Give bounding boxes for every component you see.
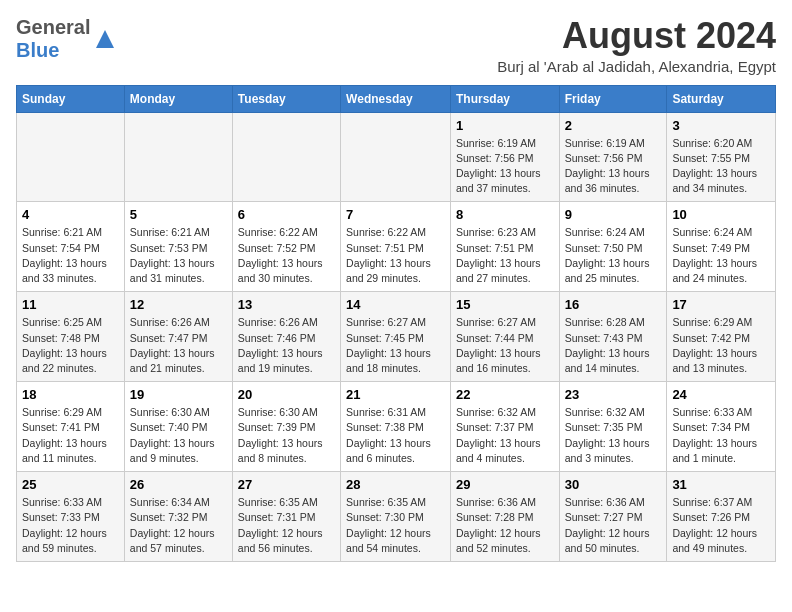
day-number: 29 [456,477,554,492]
day-number: 8 [456,207,554,222]
calendar-cell: 16Sunrise: 6:28 AM Sunset: 7:43 PM Dayli… [559,292,667,382]
calendar-table: SundayMondayTuesdayWednesdayThursdayFrid… [16,85,776,562]
day-number: 25 [22,477,119,492]
calendar-cell: 9Sunrise: 6:24 AM Sunset: 7:50 PM Daylig… [559,202,667,292]
day-info: Sunrise: 6:21 AM Sunset: 7:54 PM Dayligh… [22,225,119,286]
calendar-week-row: 11Sunrise: 6:25 AM Sunset: 7:48 PM Dayli… [17,292,776,382]
weekday-header-wednesday: Wednesday [341,85,451,112]
calendar-week-row: 18Sunrise: 6:29 AM Sunset: 7:41 PM Dayli… [17,382,776,472]
calendar-cell: 20Sunrise: 6:30 AM Sunset: 7:39 PM Dayli… [232,382,340,472]
calendar-cell: 6Sunrise: 6:22 AM Sunset: 7:52 PM Daylig… [232,202,340,292]
svg-marker-0 [96,30,114,48]
calendar-cell: 21Sunrise: 6:31 AM Sunset: 7:38 PM Dayli… [341,382,451,472]
day-number: 10 [672,207,770,222]
calendar-cell: 29Sunrise: 6:36 AM Sunset: 7:28 PM Dayli… [450,472,559,562]
day-info: Sunrise: 6:33 AM Sunset: 7:33 PM Dayligh… [22,495,119,556]
calendar-cell: 14Sunrise: 6:27 AM Sunset: 7:45 PM Dayli… [341,292,451,382]
day-info: Sunrise: 6:29 AM Sunset: 7:41 PM Dayligh… [22,405,119,466]
day-number: 13 [238,297,335,312]
calendar-cell: 18Sunrise: 6:29 AM Sunset: 7:41 PM Dayli… [17,382,125,472]
weekday-header-tuesday: Tuesday [232,85,340,112]
day-number: 27 [238,477,335,492]
calendar-cell: 19Sunrise: 6:30 AM Sunset: 7:40 PM Dayli… [124,382,232,472]
calendar-cell: 11Sunrise: 6:25 AM Sunset: 7:48 PM Dayli… [17,292,125,382]
day-number: 23 [565,387,662,402]
calendar-cell: 5Sunrise: 6:21 AM Sunset: 7:53 PM Daylig… [124,202,232,292]
day-info: Sunrise: 6:22 AM Sunset: 7:51 PM Dayligh… [346,225,445,286]
day-info: Sunrise: 6:28 AM Sunset: 7:43 PM Dayligh… [565,315,662,376]
calendar-cell: 24Sunrise: 6:33 AM Sunset: 7:34 PM Dayli… [667,382,776,472]
calendar-cell: 31Sunrise: 6:37 AM Sunset: 7:26 PM Dayli… [667,472,776,562]
day-number: 14 [346,297,445,312]
day-info: Sunrise: 6:26 AM Sunset: 7:46 PM Dayligh… [238,315,335,376]
calendar-cell [341,112,451,202]
day-number: 3 [672,118,770,133]
calendar-cell: 23Sunrise: 6:32 AM Sunset: 7:35 PM Dayli… [559,382,667,472]
day-number: 24 [672,387,770,402]
day-number: 18 [22,387,119,402]
calendar-cell: 15Sunrise: 6:27 AM Sunset: 7:44 PM Dayli… [450,292,559,382]
calendar-cell: 13Sunrise: 6:26 AM Sunset: 7:46 PM Dayli… [232,292,340,382]
calendar-cell: 3Sunrise: 6:20 AM Sunset: 7:55 PM Daylig… [667,112,776,202]
day-number: 17 [672,297,770,312]
calendar-cell [124,112,232,202]
day-number: 26 [130,477,227,492]
day-number: 20 [238,387,335,402]
day-number: 1 [456,118,554,133]
calendar-cell: 10Sunrise: 6:24 AM Sunset: 7:49 PM Dayli… [667,202,776,292]
day-info: Sunrise: 6:35 AM Sunset: 7:30 PM Dayligh… [346,495,445,556]
calendar-cell: 22Sunrise: 6:32 AM Sunset: 7:37 PM Dayli… [450,382,559,472]
day-info: Sunrise: 6:21 AM Sunset: 7:53 PM Dayligh… [130,225,227,286]
day-info: Sunrise: 6:36 AM Sunset: 7:28 PM Dayligh… [456,495,554,556]
calendar-cell: 2Sunrise: 6:19 AM Sunset: 7:56 PM Daylig… [559,112,667,202]
day-info: Sunrise: 6:30 AM Sunset: 7:39 PM Dayligh… [238,405,335,466]
calendar-cell: 27Sunrise: 6:35 AM Sunset: 7:31 PM Dayli… [232,472,340,562]
calendar-cell [232,112,340,202]
day-info: Sunrise: 6:24 AM Sunset: 7:49 PM Dayligh… [672,225,770,286]
logo-general: General [16,16,90,38]
calendar-week-row: 25Sunrise: 6:33 AM Sunset: 7:33 PM Dayli… [17,472,776,562]
day-info: Sunrise: 6:19 AM Sunset: 7:56 PM Dayligh… [565,136,662,197]
day-info: Sunrise: 6:30 AM Sunset: 7:40 PM Dayligh… [130,405,227,466]
calendar-cell: 7Sunrise: 6:22 AM Sunset: 7:51 PM Daylig… [341,202,451,292]
day-number: 6 [238,207,335,222]
day-info: Sunrise: 6:35 AM Sunset: 7:31 PM Dayligh… [238,495,335,556]
title-area: August 2024 Burj al 'Arab al Jadidah, Al… [497,16,776,75]
day-info: Sunrise: 6:23 AM Sunset: 7:51 PM Dayligh… [456,225,554,286]
day-number: 21 [346,387,445,402]
weekday-header-saturday: Saturday [667,85,776,112]
day-number: 9 [565,207,662,222]
day-info: Sunrise: 6:31 AM Sunset: 7:38 PM Dayligh… [346,405,445,466]
day-info: Sunrise: 6:27 AM Sunset: 7:45 PM Dayligh… [346,315,445,376]
day-info: Sunrise: 6:24 AM Sunset: 7:50 PM Dayligh… [565,225,662,286]
weekday-header-row: SundayMondayTuesdayWednesdayThursdayFrid… [17,85,776,112]
calendar-cell: 4Sunrise: 6:21 AM Sunset: 7:54 PM Daylig… [17,202,125,292]
calendar-cell [17,112,125,202]
day-info: Sunrise: 6:32 AM Sunset: 7:35 PM Dayligh… [565,405,662,466]
calendar-week-row: 4Sunrise: 6:21 AM Sunset: 7:54 PM Daylig… [17,202,776,292]
calendar-cell: 12Sunrise: 6:26 AM Sunset: 7:47 PM Dayli… [124,292,232,382]
day-number: 31 [672,477,770,492]
day-number: 5 [130,207,227,222]
logo: General Blue [16,16,116,62]
logo-text: General Blue [16,16,90,62]
calendar-cell: 17Sunrise: 6:29 AM Sunset: 7:42 PM Dayli… [667,292,776,382]
day-info: Sunrise: 6:29 AM Sunset: 7:42 PM Dayligh… [672,315,770,376]
page-header: General Blue August 2024 Burj al 'Arab a… [16,16,776,75]
day-number: 4 [22,207,119,222]
day-number: 28 [346,477,445,492]
day-number: 19 [130,387,227,402]
weekday-header-thursday: Thursday [450,85,559,112]
day-number: 30 [565,477,662,492]
logo-blue: Blue [16,39,59,61]
day-number: 22 [456,387,554,402]
day-number: 2 [565,118,662,133]
day-number: 7 [346,207,445,222]
day-info: Sunrise: 6:20 AM Sunset: 7:55 PM Dayligh… [672,136,770,197]
calendar-week-row: 1Sunrise: 6:19 AM Sunset: 7:56 PM Daylig… [17,112,776,202]
day-info: Sunrise: 6:19 AM Sunset: 7:56 PM Dayligh… [456,136,554,197]
calendar-cell: 8Sunrise: 6:23 AM Sunset: 7:51 PM Daylig… [450,202,559,292]
subtitle: Burj al 'Arab al Jadidah, Alexandria, Eg… [497,58,776,75]
main-title: August 2024 [497,16,776,56]
calendar-cell: 25Sunrise: 6:33 AM Sunset: 7:33 PM Dayli… [17,472,125,562]
